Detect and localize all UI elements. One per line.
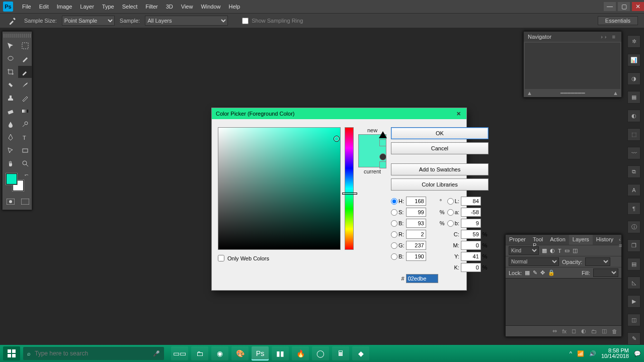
gamut-swatch[interactable] [379,139,386,146]
color-field[interactable] [218,127,341,250]
color-icon[interactable]: ◑ [627,72,640,85]
m-field[interactable] [461,241,481,250]
path-select-tool[interactable] [4,144,17,156]
g-radio[interactable]: G: [391,242,405,249]
tab-actions[interactable]: Action [546,235,569,245]
opacity-select[interactable] [585,257,610,266]
zoom-out-icon[interactable]: ▲ [527,90,532,98]
calculator-icon[interactable]: 🖩 [332,346,349,360]
r-radio[interactable]: R: [391,231,405,238]
fill-select[interactable] [593,268,618,277]
web-colors-checkbox[interactable]: Only Web Colors [218,255,341,261]
explorer-icon[interactable]: 🗀 [191,346,208,360]
tab-layers[interactable]: Layers [569,235,593,245]
mic-icon[interactable]: 🎤 [153,350,160,357]
brushes-icon[interactable]: 〰 [627,147,640,159]
dialog-titlebar[interactable]: Color Picker (Foreground Color) ✕ [212,108,466,119]
move-tool[interactable] [4,40,17,52]
fx-icon[interactable]: fx [562,328,567,334]
measure-icon[interactable]: ◫ [627,314,640,326]
cancel-button[interactable]: Cancel [391,142,489,154]
g-field[interactable] [406,241,426,250]
dialog-close-button[interactable]: ✕ [454,110,462,118]
menu-3d[interactable]: 3D [162,4,177,10]
search-input[interactable] [35,350,149,357]
panel-menu-icon[interactable]: ‹ ≡ [617,235,625,245]
bb-radio[interactable]: b: [447,220,459,227]
notifications-icon[interactable]: 💬 [634,350,641,357]
new-layer-icon[interactable]: ◫ [602,328,607,334]
filter-shape-icon[interactable]: ▭ [565,247,570,254]
minimize-button[interactable]: — [604,2,616,11]
lock-trans-icon[interactable]: ▦ [525,269,530,276]
h-radio[interactable]: H: [391,198,405,205]
styles-icon[interactable]: ⬚ [627,128,640,141]
menu-select[interactable]: Select [118,4,142,10]
k-field[interactable] [461,263,481,272]
eraser-tool[interactable] [4,105,17,117]
lock-all-icon[interactable]: 🔒 [548,269,555,276]
websafe-swatch[interactable] [379,161,386,168]
close-button[interactable]: ✕ [632,2,644,11]
filter-pixel-icon[interactable]: ▩ [542,247,547,254]
bb-field[interactable] [461,219,481,228]
gradient-tool[interactable] [18,105,32,117]
swatches-icon[interactable]: ▦ [627,91,640,104]
heal-tool[interactable] [4,79,17,91]
lock-pos-icon[interactable]: ✥ [540,269,545,276]
adjustments-icon[interactable]: ◐ [627,110,640,122]
tray-expand-icon[interactable]: ^ [570,350,572,356]
photoshop-taskbar-icon[interactable]: Ps [252,346,269,360]
notes-icon[interactable]: ✎ [627,332,640,345]
bc-radio[interactable]: B: [391,253,405,260]
eyedropper-tool[interactable] [18,66,32,78]
quickmask-toggle[interactable] [4,196,17,208]
type-tool[interactable]: T [18,131,32,143]
l-field[interactable] [461,197,481,206]
navigator-header[interactable]: Navigator›› ≡ [524,32,621,42]
filter-type-icon[interactable]: T [558,248,561,254]
show-sampling-ring-checkbox[interactable]: Show Sampling Ring [242,18,303,24]
start-button[interactable] [3,346,20,360]
blend-mode-select[interactable]: Normal [509,257,559,266]
network-icon[interactable]: 📶 [577,350,584,357]
obs-icon[interactable]: ◯ [312,346,329,360]
histogram-icon[interactable]: 📊 [627,54,640,66]
s-field[interactable] [406,208,426,217]
s-radio[interactable]: S: [391,209,405,216]
panel-grip[interactable] [4,34,32,38]
tab-properties[interactable]: Proper [506,235,529,245]
filter-smart-icon[interactable]: ◫ [573,247,578,254]
swap-colors-icon[interactable]: ⤺ [25,172,29,177]
system-tray[interactable]: ^ 📶 🔊 8:58 PM 10/14/2018 💬 [570,348,641,359]
app-icon-2[interactable]: ▮▮ [272,346,289,360]
clock[interactable]: 8:58 PM 10/14/2018 [601,348,629,359]
bv-radio[interactable]: B: [391,220,405,227]
adjustment-icon[interactable]: ◐ [581,328,586,334]
layers-icon[interactable]: ❐ [627,239,640,252]
paragraph-icon[interactable]: ¶ [627,202,640,215]
stamp-tool[interactable] [4,92,17,104]
screen-mode-toggle[interactable] [18,196,32,208]
history-brush-tool[interactable] [18,92,32,104]
timeline-icon[interactable]: ▶ [627,295,640,308]
trash-icon[interactable]: 🗑 [612,328,617,334]
channels-icon[interactable]: ▤ [627,258,640,270]
hex-field[interactable] [406,274,438,283]
menu-file[interactable]: File [18,4,35,10]
hue-slider[interactable] [345,127,354,250]
info-icon[interactable]: ⓘ [627,221,640,233]
character-icon[interactable]: A [627,184,640,197]
dodge-tool[interactable] [18,118,32,130]
color-field-cursor[interactable] [334,136,340,142]
shape-tool[interactable] [18,144,32,156]
app-icon-3[interactable]: 🔥 [292,346,309,360]
workspace-switcher[interactable]: Essentials [598,16,638,25]
settings-icon[interactable]: ✲ [627,35,640,48]
task-view-icon[interactable]: ▭▭ [171,346,188,360]
wand-tool[interactable] [18,53,32,65]
c-field[interactable] [461,230,481,239]
a-field[interactable] [461,208,481,217]
volume-icon[interactable]: 🔊 [589,350,596,357]
clone-icon[interactable]: ⧉ [627,165,640,178]
